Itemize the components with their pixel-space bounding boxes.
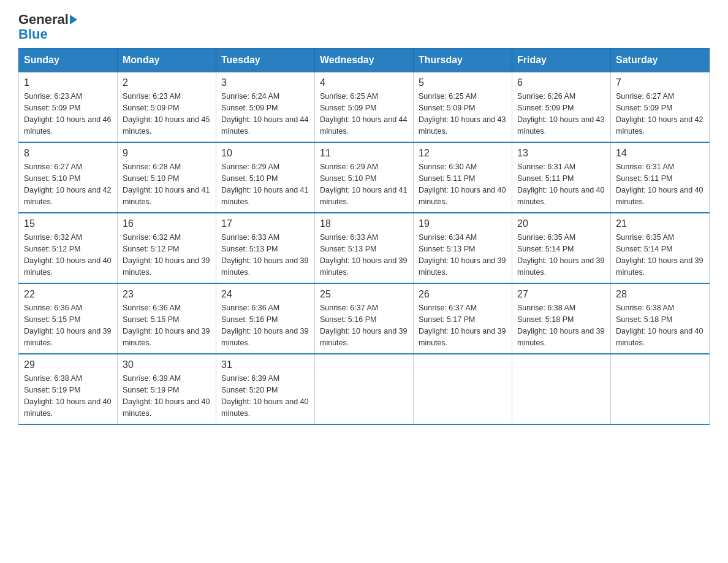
logo-general: General: [18, 12, 69, 27]
sunset-label: Sunset: 5:09 PM: [419, 104, 475, 112]
daylight-label: Daylight: 10 hours and 40 minutes.: [616, 186, 703, 206]
day-number: 15: [24, 218, 112, 229]
sunrise-label: Sunrise: 6:31 AM: [517, 163, 575, 171]
day-info: Sunrise: 6:39 AM Sunset: 5:19 PM Dayligh…: [123, 373, 211, 419]
calendar-week-2: 8 Sunrise: 6:27 AM Sunset: 5:10 PM Dayli…: [19, 142, 710, 213]
day-number: 31: [221, 359, 309, 370]
calendar-cell: 6 Sunrise: 6:26 AM Sunset: 5:09 PM Dayli…: [512, 72, 611, 143]
day-info: Sunrise: 6:31 AM Sunset: 5:11 PM Dayligh…: [616, 161, 704, 207]
daylight-label: Daylight: 10 hours and 40 minutes.: [616, 327, 703, 347]
sunrise-label: Sunrise: 6:38 AM: [517, 304, 575, 312]
calendar-cell: 20 Sunrise: 6:35 AM Sunset: 5:14 PM Dayl…: [512, 213, 611, 283]
day-number: 27: [517, 289, 605, 300]
calendar-cell: [512, 354, 611, 424]
daylight-label: Daylight: 10 hours and 41 minutes.: [320, 186, 407, 206]
daylight-label: Daylight: 10 hours and 39 minutes.: [419, 327, 506, 347]
calendar-cell: 14 Sunrise: 6:31 AM Sunset: 5:11 PM Dayl…: [611, 142, 710, 213]
daylight-label: Daylight: 10 hours and 39 minutes.: [123, 256, 210, 277]
sunset-label: Sunset: 5:14 PM: [616, 245, 672, 253]
header-thursday: Thursday: [414, 48, 512, 72]
calendar-cell: 2 Sunrise: 6:23 AM Sunset: 5:09 PM Dayli…: [118, 72, 216, 143]
daylight-label: Daylight: 10 hours and 42 minutes.: [24, 186, 111, 206]
calendar-cell: 4 Sunrise: 6:25 AM Sunset: 5:09 PM Dayli…: [315, 72, 414, 143]
day-info: Sunrise: 6:37 AM Sunset: 5:16 PM Dayligh…: [320, 302, 408, 348]
daylight-label: Daylight: 10 hours and 39 minutes.: [320, 256, 407, 277]
sunset-label: Sunset: 5:16 PM: [320, 315, 376, 324]
sunrise-label: Sunrise: 6:34 AM: [419, 233, 477, 242]
day-number: 19: [419, 218, 507, 229]
daylight-label: Daylight: 10 hours and 40 minutes.: [123, 397, 210, 418]
sunset-label: Sunset: 5:12 PM: [24, 245, 80, 253]
daylight-label: Daylight: 10 hours and 44 minutes.: [320, 115, 407, 136]
calendar-cell: 22 Sunrise: 6:36 AM Sunset: 5:15 PM Dayl…: [19, 283, 118, 354]
daylight-label: Daylight: 10 hours and 39 minutes.: [221, 327, 308, 347]
daylight-label: Daylight: 10 hours and 39 minutes.: [419, 256, 506, 277]
day-info: Sunrise: 6:27 AM Sunset: 5:09 PM Dayligh…: [616, 91, 704, 137]
sunset-label: Sunset: 5:18 PM: [517, 315, 574, 324]
day-info: Sunrise: 6:28 AM Sunset: 5:10 PM Dayligh…: [123, 161, 211, 207]
sunrise-label: Sunrise: 6:39 AM: [123, 374, 181, 383]
day-info: Sunrise: 6:30 AM Sunset: 5:11 PM Dayligh…: [419, 161, 507, 207]
day-number: 28: [616, 289, 704, 300]
calendar-cell: 17 Sunrise: 6:33 AM Sunset: 5:13 PM Dayl…: [216, 213, 315, 283]
logo-arrow-icon: [70, 15, 77, 25]
daylight-label: Daylight: 10 hours and 40 minutes.: [517, 186, 604, 206]
daylight-label: Daylight: 10 hours and 42 minutes.: [616, 115, 703, 136]
day-info: Sunrise: 6:23 AM Sunset: 5:09 PM Dayligh…: [24, 91, 112, 137]
sunset-label: Sunset: 5:10 PM: [24, 174, 80, 183]
page-header: General Blue: [18, 12, 710, 42]
sunrise-label: Sunrise: 6:30 AM: [419, 163, 477, 171]
calendar-cell: 28 Sunrise: 6:38 AM Sunset: 5:18 PM Dayl…: [611, 283, 710, 354]
calendar-week-4: 22 Sunrise: 6:36 AM Sunset: 5:15 PM Dayl…: [19, 283, 710, 354]
sunset-label: Sunset: 5:17 PM: [419, 315, 475, 324]
day-info: Sunrise: 6:34 AM Sunset: 5:13 PM Dayligh…: [419, 232, 507, 278]
sunset-label: Sunset: 5:19 PM: [123, 386, 179, 394]
day-number: 6: [517, 77, 605, 88]
header-tuesday: Tuesday: [216, 48, 315, 72]
day-info: Sunrise: 6:29 AM Sunset: 5:10 PM Dayligh…: [320, 161, 408, 207]
sunset-label: Sunset: 5:10 PM: [123, 174, 179, 183]
sunrise-label: Sunrise: 6:37 AM: [320, 304, 378, 312]
day-number: 11: [320, 148, 408, 159]
daylight-label: Daylight: 10 hours and 39 minutes.: [517, 327, 604, 347]
daylight-label: Daylight: 10 hours and 43 minutes.: [419, 115, 506, 136]
calendar-cell: 11 Sunrise: 6:29 AM Sunset: 5:10 PM Dayl…: [315, 142, 414, 213]
sunrise-label: Sunrise: 6:26 AM: [517, 92, 575, 101]
day-number: 4: [320, 77, 408, 88]
calendar-table: SundayMondayTuesdayWednesdayThursdayFrid…: [18, 48, 710, 425]
day-info: Sunrise: 6:36 AM Sunset: 5:15 PM Dayligh…: [24, 302, 112, 348]
day-info: Sunrise: 6:27 AM Sunset: 5:10 PM Dayligh…: [24, 161, 112, 207]
day-info: Sunrise: 6:38 AM Sunset: 5:18 PM Dayligh…: [616, 302, 704, 348]
sunset-label: Sunset: 5:13 PM: [221, 245, 278, 253]
day-number: 2: [123, 77, 211, 88]
calendar-cell: 25 Sunrise: 6:37 AM Sunset: 5:16 PM Dayl…: [315, 283, 414, 354]
daylight-label: Daylight: 10 hours and 39 minutes.: [24, 327, 111, 347]
daylight-label: Daylight: 10 hours and 39 minutes.: [320, 327, 407, 347]
day-info: Sunrise: 6:32 AM Sunset: 5:12 PM Dayligh…: [123, 232, 211, 278]
day-number: 3: [221, 77, 309, 88]
day-info: Sunrise: 6:29 AM Sunset: 5:10 PM Dayligh…: [221, 161, 309, 207]
sunrise-label: Sunrise: 6:25 AM: [320, 92, 378, 101]
calendar-cell: 3 Sunrise: 6:24 AM Sunset: 5:09 PM Dayli…: [216, 72, 315, 143]
header-wednesday: Wednesday: [315, 48, 414, 72]
sunrise-label: Sunrise: 6:32 AM: [24, 233, 82, 242]
day-number: 14: [616, 148, 704, 159]
day-info: Sunrise: 6:26 AM Sunset: 5:09 PM Dayligh…: [517, 91, 605, 137]
sunrise-label: Sunrise: 6:25 AM: [419, 92, 477, 101]
sunset-label: Sunset: 5:09 PM: [616, 104, 672, 112]
logo: General Blue: [18, 12, 77, 42]
sunrise-label: Sunrise: 6:31 AM: [616, 163, 674, 171]
sunset-label: Sunset: 5:11 PM: [616, 174, 672, 183]
sunset-label: Sunset: 5:10 PM: [320, 174, 376, 183]
header-monday: Monday: [118, 48, 216, 72]
day-number: 10: [221, 148, 309, 159]
sunrise-label: Sunrise: 6:38 AM: [616, 304, 674, 312]
day-number: 25: [320, 289, 408, 300]
calendar-cell: 27 Sunrise: 6:38 AM Sunset: 5:18 PM Dayl…: [512, 283, 611, 354]
day-number: 20: [517, 218, 605, 229]
calendar-cell: 16 Sunrise: 6:32 AM Sunset: 5:12 PM Dayl…: [118, 213, 216, 283]
sunrise-label: Sunrise: 6:24 AM: [221, 92, 279, 101]
calendar-cell: 29 Sunrise: 6:38 AM Sunset: 5:19 PM Dayl…: [19, 354, 118, 424]
calendar-cell: 24 Sunrise: 6:36 AM Sunset: 5:16 PM Dayl…: [216, 283, 315, 354]
sunset-label: Sunset: 5:13 PM: [419, 245, 475, 253]
